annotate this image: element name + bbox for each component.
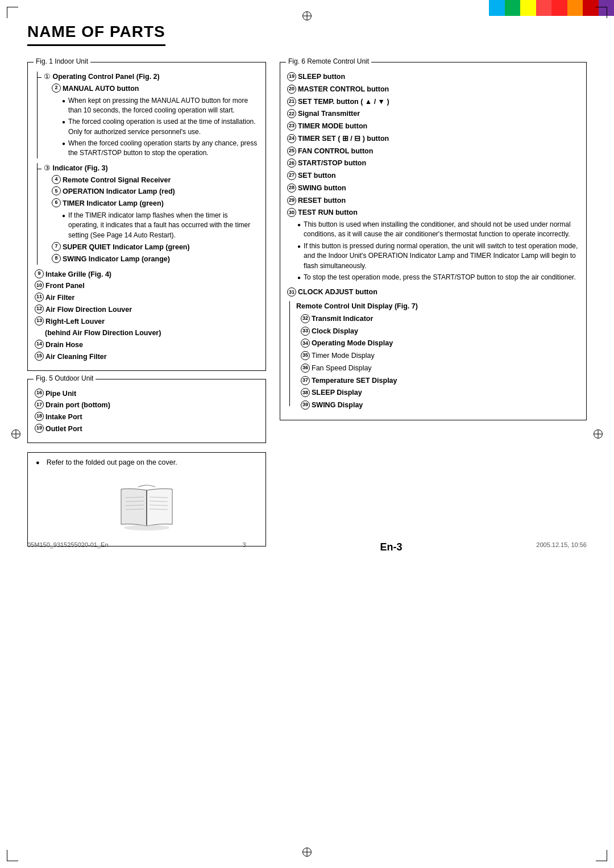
front-panel: 10 Front Panel: [35, 281, 259, 291]
temperature-set-label: Temperature SET Display: [312, 375, 397, 386]
test-run-bullet-3: To stop the test operation mode, press t…: [297, 273, 579, 282]
sleep-button-label: SLEEP button: [298, 72, 345, 82]
bracket2-content: 4 Remote Control Signal Receiver 5 OPERA…: [44, 175, 259, 265]
master-control-label: MASTER CONTROL button: [298, 84, 389, 95]
test-run-button: 30 TEST RUN button: [287, 207, 579, 218]
test-run-bullet-1: This button is used when installing the …: [297, 220, 579, 240]
set-temp-label: SET TEMP. button ( ▲ / ▼ ): [298, 97, 389, 107]
num-d6: 37: [301, 376, 310, 385]
swing-button-label: SWING button: [298, 183, 346, 194]
timer-set-label: TIMER SET ( ⊞ / ⊟ ) button: [298, 133, 389, 144]
sleep-button: 19 SLEEP button: [287, 72, 579, 82]
intake-grille: 9 Intake Grille (Fig. 4): [35, 269, 259, 280]
outdoor-unit-box: Fig. 5 Outdoor Unit 16 Pipe Unit 17 Drai…: [27, 379, 266, 443]
super-quiet-label: SUPER QUIET Indicator Lamp (green): [63, 242, 190, 253]
footer-left: 05M150_9315255020-01_En: [27, 541, 109, 553]
sleep-display: 38 SLEEP Display: [301, 387, 579, 398]
swing-button: 28 SWING button: [287, 183, 579, 194]
outdoor-unit-title: Fig. 5 Outdoor Unit: [34, 374, 96, 382]
air-cleaning-label: Air Cleaning Filter: [45, 352, 107, 362]
num-d1: 32: [301, 314, 310, 323]
footer: 05M150_9315255020-01_En 3 En-3 2005.12.1…: [0, 541, 614, 553]
svg-point-9: [124, 525, 169, 531]
test-run-bullets: This button is used when installing the …: [287, 220, 579, 282]
manual-auto-bullet-3: When the forced cooling operation starts…: [62, 139, 259, 158]
footer-right: 2005.12.15, 10:56: [536, 541, 587, 553]
display-bracket-label: Remote Control Unit Display (Fig. 7): [296, 301, 579, 312]
note-bullet-icon: [36, 458, 40, 466]
clock-adjust-section: 31 CLOCK ADJUST button: [287, 287, 579, 298]
num-r5: 23: [287, 122, 296, 131]
set-button: 27 SET button: [287, 170, 579, 181]
num-15: 15: [35, 352, 44, 361]
start-stop-label: START/STOP button: [298, 158, 366, 169]
outlet-port: 19 Outlet Port: [35, 424, 259, 435]
right-left-label: Right-Left Louver: [45, 316, 105, 327]
indoor-unit-title: Fig. 1 Indoor Unit: [34, 57, 90, 65]
display-bracket-text: Remote Control Unit Display (Fig. 7): [296, 301, 418, 312]
behind-louver: (behind Air Flow Direction Louver): [35, 328, 259, 339]
indoor-unit-box: Fig. 1 Indoor Unit ① Operating Control P…: [27, 62, 266, 371]
clock-adjust-button: 31 CLOCK ADJUST button: [287, 287, 579, 298]
remote-control-signal: 4 Remote Control Signal Receiver: [52, 175, 259, 186]
manual-auto-label: MANUAL AUTO button: [63, 84, 139, 94]
fan-speed-display: 36 Fan Speed Display: [301, 363, 579, 374]
fan-speed-display-label: Fan Speed Display: [312, 363, 372, 374]
outlet-port-label: Outlet Port: [45, 424, 82, 435]
num-12: 12: [35, 304, 44, 314]
air-filter: 11 Air Filter: [35, 293, 259, 303]
timer-mode-button: 23 TIMER MODE button: [287, 121, 579, 132]
pipe-unit: 16 Pipe Unit: [35, 389, 259, 399]
test-run-label: TEST RUN button: [298, 207, 358, 218]
transmit-indicator-label: Transmit Indicator: [312, 314, 373, 324]
intake-port-label: Intake Port: [45, 412, 82, 423]
num-r2: 20: [287, 85, 296, 94]
swing-indicator-lamp: 8 SWING Indicator Lamp (orange): [52, 254, 259, 265]
crosshair-bottom: [302, 848, 312, 857]
note-label: Refer to the folded out page on the cove…: [47, 458, 177, 466]
signal-transmitter: 22 Signal Transmitter: [287, 108, 579, 119]
num-r8: 26: [287, 158, 296, 168]
num-6-circle: 6: [52, 198, 61, 207]
num-11: 11: [35, 293, 44, 302]
bracket-operating-control: ① Operating Control Panel (Fig. 2) 2 MAN…: [35, 72, 259, 158]
page-title: NAME OF PARTS: [27, 23, 165, 46]
reset-button: 29 RESET button: [287, 195, 579, 206]
num-r6: 24: [287, 134, 296, 143]
timer-set-button: 24 TIMER SET ( ⊞ / ⊟ ) button: [287, 133, 579, 144]
intake-grille-label: Intake Grille (Fig. 4): [45, 269, 111, 280]
temperature-set-display: 37 Temperature SET Display: [301, 375, 579, 386]
num-9: 9: [35, 269, 44, 278]
intake-port: 18 Intake Port: [35, 412, 259, 423]
pipe-unit-label: Pipe Unit: [45, 389, 76, 399]
operation-lamp-label: OPERATION Indicator Lamp (red): [63, 186, 175, 197]
fan-control-label: FAN CONTROL button: [298, 146, 373, 157]
right-column: Fig. 6 Remote Control Unit 19 SLEEP butt…: [280, 62, 587, 546]
signal-transmitter-label: Signal Transmitter: [298, 108, 360, 119]
num-r3: 21: [287, 97, 296, 106]
left-column: Fig. 1 Indoor Unit ① Operating Control P…: [27, 62, 266, 546]
footer-center: En-3: [380, 541, 402, 553]
num-r10: 28: [287, 183, 296, 193]
remote-items-list: 19 SLEEP button 20 MASTER CONTROL button…: [287, 72, 579, 218]
remote-unit-title: Fig. 6 Remote Control Unit: [286, 57, 371, 65]
air-cleaning-filter: 15 Air Cleaning Filter: [35, 352, 259, 362]
drain-port: 17 Drain port (bottom): [35, 400, 259, 411]
sleep-display-label: SLEEP Display: [312, 387, 362, 398]
front-panel-label: Front Panel: [45, 281, 85, 291]
drain-hose: 14 Drain Hose: [35, 340, 259, 350]
num-r13: 31: [287, 287, 296, 297]
footer-page-number: 3: [242, 541, 246, 553]
operation-indicator-lamp: 5 OPERATION Indicator Lamp (red): [52, 186, 259, 197]
swing-display-label: SWING Display: [312, 400, 363, 411]
bracket1-label: ① Operating Control Panel (Fig. 2): [44, 72, 259, 82]
num-d2: 33: [301, 327, 310, 336]
air-flow-label: Air Flow Direction Louver: [45, 304, 132, 315]
clock-display-label: Clock Display: [312, 326, 358, 337]
timer-lamp-bullet: If the TIMER indicator lamp flashes when…: [62, 211, 259, 240]
display-bracket: Remote Control Unit Display (Fig. 7) 32 …: [287, 301, 579, 411]
clock-display: 33 Clock Display: [301, 326, 579, 337]
corner-mark-bl: [7, 850, 18, 861]
num-18: 18: [35, 412, 44, 421]
num-r1: 19: [287, 72, 296, 81]
